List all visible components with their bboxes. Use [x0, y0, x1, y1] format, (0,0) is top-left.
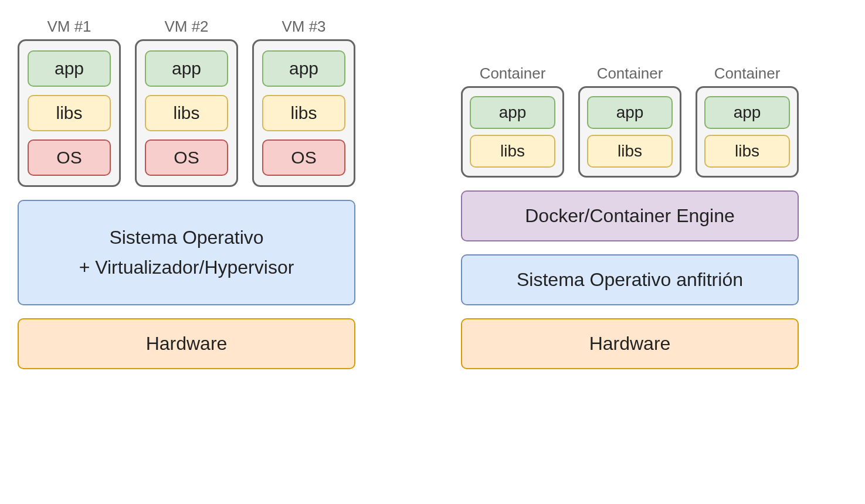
container-2: Container app libs	[578, 64, 681, 178]
hypervisor-line2: + Virtualizador/Hypervisor	[79, 253, 294, 282]
libs-box: libs	[587, 135, 673, 168]
hypervisor-line1: Sistema Operativo	[109, 223, 263, 253]
app-box: app	[704, 96, 790, 129]
app-box: app	[28, 50, 111, 87]
container-label: Container	[480, 64, 546, 83]
hypervisor-layer: Sistema Operativo + Virtualizador/Hyperv…	[18, 200, 355, 305]
vm-row: VM #1 app libs OS VM #2 app libs OS VM #…	[18, 18, 355, 187]
os-box: OS	[262, 139, 345, 176]
container-box: app libs	[461, 86, 564, 178]
vm-1: VM #1 app libs OS	[18, 18, 121, 187]
vm-label: VM #1	[47, 18, 91, 36]
libs-box: libs	[470, 135, 555, 168]
vm-box: app libs OS	[252, 39, 355, 187]
app-box: app	[262, 50, 345, 87]
container-row: Container app libs Container app libs Co…	[461, 64, 799, 178]
libs-box: libs	[262, 95, 345, 131]
vm-label: VM #2	[164, 18, 208, 36]
os-box: OS	[145, 139, 228, 176]
libs-box: libs	[28, 95, 111, 131]
diagram-container: VM #1 app libs OS VM #2 app libs OS VM #…	[18, 18, 847, 369]
container-box: app libs	[578, 86, 681, 178]
app-box: app	[470, 96, 555, 129]
vm-label: VM #3	[281, 18, 325, 36]
vm-box: app libs OS	[135, 39, 238, 187]
container-stack: Container app libs Container app libs Co…	[461, 64, 799, 370]
hardware-layer: Hardware	[461, 318, 799, 369]
vm-2: VM #2 app libs OS	[135, 18, 238, 187]
app-box: app	[587, 96, 673, 129]
container-box: app libs	[696, 86, 799, 178]
libs-box: libs	[145, 95, 228, 131]
vm-3: VM #3 app libs OS	[252, 18, 355, 187]
host-os-layer: Sistema Operativo anfitrión	[461, 254, 799, 305]
container-1: Container app libs	[461, 64, 564, 178]
vm-stack: VM #1 app libs OS VM #2 app libs OS VM #…	[18, 18, 355, 369]
container-engine-layer: Docker/Container Engine	[461, 190, 799, 241]
vm-box: app libs OS	[18, 39, 121, 187]
container-label: Container	[714, 64, 781, 83]
container-3: Container app libs	[696, 64, 799, 178]
container-label: Container	[597, 64, 663, 83]
libs-box: libs	[704, 135, 790, 168]
app-box: app	[145, 50, 228, 87]
os-box: OS	[28, 139, 111, 176]
hardware-layer: Hardware	[18, 318, 355, 369]
